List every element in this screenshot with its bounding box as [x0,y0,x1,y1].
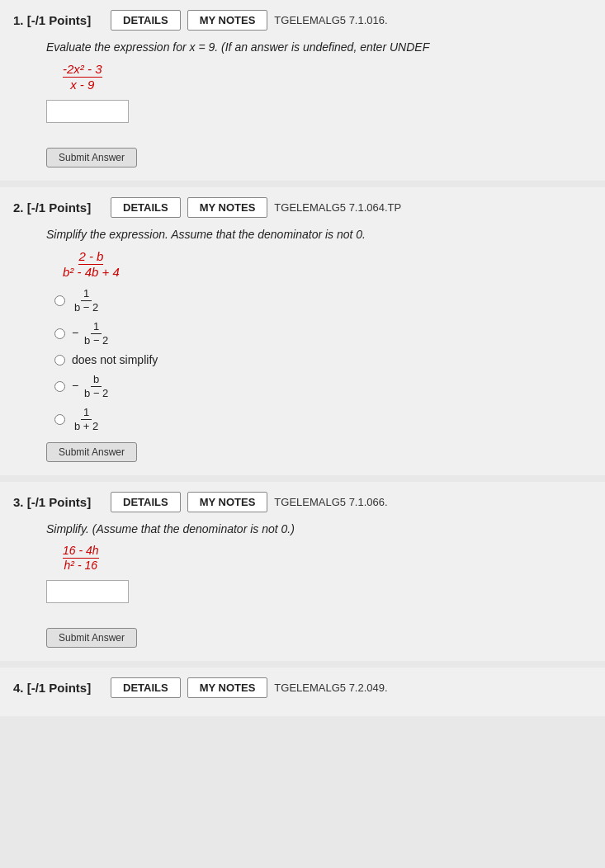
details-button-1[interactable]: DETAILS [111,10,181,31]
question-1-number: 1. [-/1 Points] [13,13,104,27]
submit-button-1[interactable]: Submit Answer [46,148,137,167]
question-2-text: Simplify the expression. Assume that the… [46,228,592,241]
radio-input-5[interactable] [54,414,65,425]
question-1-body: Evaluate the expression for x = 9. (If a… [46,40,592,167]
radio-options-2: 1 b − 2 − 1 b − 2 [54,287,592,432]
reference-code-3: TGELEMALG5 7.1.066. [274,496,387,508]
radio-label-4[interactable]: − b b − 2 [72,373,111,399]
radio-label-1[interactable]: 1 b − 2 [72,287,101,314]
radio-option-5: 1 b + 2 [54,406,592,432]
question-2-block: 2. [-/1 Points] DETAILS MY NOTES TGELEMA… [0,187,605,475]
details-button-3[interactable]: DETAILS [111,492,181,512]
mynotes-button-1[interactable]: MY NOTES [187,10,268,31]
question-4-number: 4. [-/1 Points] [13,681,104,695]
radio-label-3[interactable]: does not simplify [72,353,158,366]
question-1-text: Evaluate the expression for x = 9. (If a… [46,40,592,54]
fraction-3: 16 - 4h h² - 16 [63,544,99,572]
question-3-expression: 16 - 4h h² - 16 [63,544,592,572]
reference-code-1: TGELEMALG5 7.1.016. [274,14,387,26]
radio-label-5[interactable]: 1 b + 2 [72,406,101,432]
question-3-text: Simplify. (Assume that the denominator i… [46,522,592,535]
question-2-expression: 2 - b b² - 4b + 4 [63,249,592,279]
details-button-2[interactable]: DETAILS [111,197,181,218]
question-1-block: 1. [-/1 Points] DETAILS MY NOTES TGELEMA… [0,0,605,181]
radio-option-3: does not simplify [54,353,592,366]
fraction-opt4: b b − 2 [82,373,111,399]
fraction-opt5: 1 b + 2 [72,406,101,432]
radio-option-4: − b b − 2 [54,373,592,399]
answer-input-1[interactable] [46,100,129,123]
radio-option-2: − 1 b − 2 [54,320,592,347]
radio-input-3[interactable] [54,355,65,366]
question-2-number: 2. [-/1 Points] [13,200,104,215]
question-3-header: 3. [-/1 Points] DETAILS MY NOTES TGELEMA… [13,492,592,512]
fraction-opt1: 1 b − 2 [72,287,101,314]
reference-code-2: TGELEMALG5 7.1.064.TP [274,201,401,214]
mynotes-button-4[interactable]: MY NOTES [187,677,268,698]
radio-label-2[interactable]: − 1 b − 2 [72,320,111,347]
fraction-opt2: 1 b − 2 [82,320,111,347]
radio-input-1[interactable] [54,295,65,306]
question-4-block: 4. [-/1 Points] DETAILS MY NOTES TGELEMA… [0,668,605,716]
question-1-expression: -2x² - 3 x - 9 [63,62,592,92]
mynotes-button-3[interactable]: MY NOTES [187,492,268,512]
negative-sign-4: − [72,379,82,392]
fraction-1: -2x² - 3 x - 9 [63,62,102,92]
question-3-block: 3. [-/1 Points] DETAILS MY NOTES TGELEMA… [0,482,605,661]
negative-sign-2: − [72,326,82,339]
reference-code-4: TGELEMALG5 7.2.049. [274,682,387,694]
question-3-number: 3. [-/1 Points] [13,495,104,509]
question-3-body: Simplify. (Assume that the denominator i… [46,522,592,648]
fraction-2: 2 - b b² - 4b + 4 [63,249,120,279]
mynotes-button-2[interactable]: MY NOTES [187,197,268,218]
details-button-4[interactable]: DETAILS [111,677,181,698]
radio-option-1: 1 b − 2 [54,287,592,314]
page: 1. [-/1 Points] DETAILS MY NOTES TGELEMA… [0,0,605,868]
answer-input-3[interactable] [46,580,129,603]
radio-input-4[interactable] [54,381,65,392]
question-2-header: 2. [-/1 Points] DETAILS MY NOTES TGELEMA… [13,197,592,218]
submit-button-2[interactable]: Submit Answer [46,442,137,462]
question-1-header: 1. [-/1 Points] DETAILS MY NOTES TGELEMA… [13,10,592,31]
question-2-body: Simplify the expression. Assume that the… [46,228,592,462]
submit-button-3[interactable]: Submit Answer [46,628,137,648]
question-4-header: 4. [-/1 Points] DETAILS MY NOTES TGELEMA… [13,677,592,698]
radio-input-2[interactable] [54,328,65,339]
